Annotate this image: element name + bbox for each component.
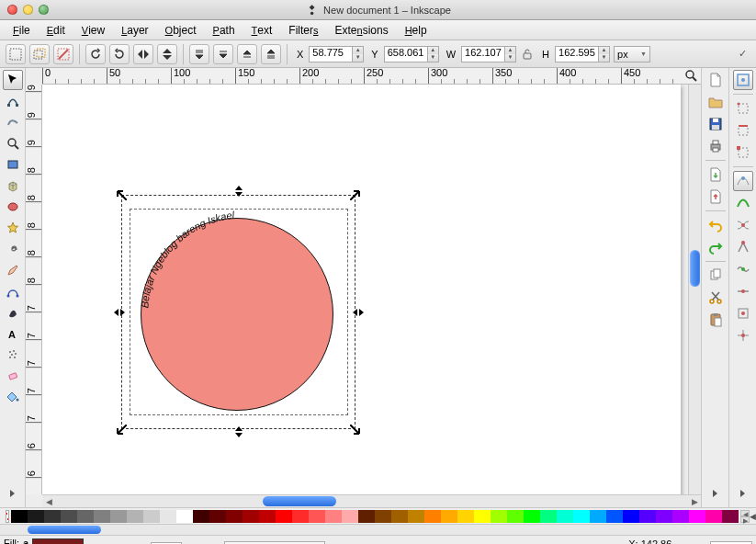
lower-button[interactable] xyxy=(213,44,233,64)
menu-object[interactable]: Object xyxy=(158,22,204,39)
layer-select[interactable]: •Layer 1▲▼ xyxy=(224,541,325,545)
h-input[interactable]: 162.595▲▼ xyxy=(555,46,610,62)
scale-handle-se[interactable] xyxy=(350,425,361,436)
color-swatch[interactable] xyxy=(391,510,408,523)
color-swatch[interactable] xyxy=(408,510,424,523)
menu-view[interactable]: View xyxy=(74,22,112,39)
snap-rotation-center-button[interactable] xyxy=(733,325,753,346)
text-on-path-object[interactable]: Belajar Ngeblog bareng Iskael xyxy=(120,190,368,438)
palette-menu-button[interactable]: ◀ xyxy=(750,512,756,521)
new-document-button[interactable] xyxy=(705,70,726,90)
snap-midpoint-button[interactable] xyxy=(733,281,753,301)
canvas[interactable]: Belajar Ngeblog bareng Iskael xyxy=(42,85,688,494)
lower-to-bottom-button[interactable] xyxy=(189,44,209,64)
scroll-left-button[interactable]: ◀ xyxy=(42,496,55,507)
snap-overflow-button[interactable] xyxy=(733,483,753,504)
scale-handle-nw[interactable] xyxy=(116,189,127,200)
scale-handle-sw[interactable] xyxy=(116,425,127,436)
star-tool[interactable] xyxy=(3,218,23,238)
color-swatch[interactable] xyxy=(358,510,375,523)
color-swatch[interactable] xyxy=(722,510,739,523)
menu-filters[interactable]: Filters xyxy=(281,22,325,39)
snap-nodes-button[interactable] xyxy=(733,171,753,191)
color-swatch[interactable] xyxy=(656,510,672,523)
y-input[interactable]: 658.061▲▼ xyxy=(384,46,439,62)
ellipse-tool[interactable] xyxy=(3,197,23,217)
zoom-input[interactable]: 140%▲▼ xyxy=(710,541,752,545)
menu-help[interactable]: Help xyxy=(398,22,434,39)
rotate-ccw-button[interactable] xyxy=(85,44,106,64)
zoom-tool[interactable] xyxy=(3,133,23,153)
paint-bucket-tool[interactable] xyxy=(3,387,23,407)
color-swatch[interactable] xyxy=(457,510,474,523)
menu-layer[interactable]: Layer xyxy=(114,22,155,39)
color-swatch[interactable] xyxy=(143,510,160,523)
color-swatch[interactable] xyxy=(110,510,127,523)
color-swatch[interactable] xyxy=(491,510,507,523)
color-swatch[interactable] xyxy=(573,510,590,523)
color-swatch[interactable] xyxy=(160,510,176,523)
scroll-right-button[interactable]: ▶ xyxy=(688,496,701,507)
horizontal-scroll-thumb[interactable] xyxy=(263,496,336,506)
color-swatch[interactable] xyxy=(639,510,656,523)
snap-bbox-corner-button[interactable] xyxy=(733,142,753,163)
color-swatch[interactable] xyxy=(77,510,94,523)
select-all-button[interactable] xyxy=(6,44,26,64)
rectangle-tool[interactable] xyxy=(3,154,23,175)
print-button[interactable] xyxy=(705,136,726,156)
color-swatch[interactable] xyxy=(276,510,292,523)
color-swatch[interactable] xyxy=(705,510,722,523)
toolbox-overflow-button[interactable] xyxy=(3,483,23,504)
menu-edit[interactable]: Edit xyxy=(39,22,73,39)
snap-smooth-button[interactable] xyxy=(733,259,753,279)
menu-path[interactable]: Path xyxy=(206,22,243,39)
raise-to-top-button[interactable] xyxy=(261,44,281,64)
open-document-button[interactable] xyxy=(705,92,726,112)
snap-center-button[interactable] xyxy=(733,303,753,323)
import-button[interactable] xyxy=(705,164,726,185)
color-swatch[interactable] xyxy=(672,510,689,523)
color-swatch[interactable] xyxy=(28,510,44,523)
snap-bbox-edge-button[interactable] xyxy=(733,120,753,141)
color-swatch[interactable] xyxy=(507,510,524,523)
color-swatch[interactable] xyxy=(557,510,573,523)
selector-tool[interactable] xyxy=(3,70,23,90)
undo-button[interactable] xyxy=(705,215,726,235)
commands-overflow-button[interactable] xyxy=(705,483,726,504)
menu-file[interactable]: File xyxy=(6,22,38,39)
spray-tool[interactable] xyxy=(3,345,23,365)
color-swatch[interactable] xyxy=(176,510,193,523)
fill-swatch[interactable] xyxy=(32,538,84,544)
color-swatch[interactable] xyxy=(127,510,143,523)
color-swatch[interactable] xyxy=(61,510,77,523)
close-window-button[interactable] xyxy=(7,5,17,15)
minimize-window-button[interactable] xyxy=(23,5,33,15)
color-swatch[interactable] xyxy=(259,510,276,523)
color-swatch[interactable] xyxy=(44,510,61,523)
color-swatch[interactable] xyxy=(94,510,110,523)
raise-button[interactable] xyxy=(237,44,257,64)
pencil-tool[interactable] xyxy=(3,260,23,280)
color-swatch[interactable] xyxy=(226,510,243,523)
scale-handle-e[interactable] xyxy=(353,307,364,318)
toolbar-overflow-button[interactable]: ✓ xyxy=(734,46,750,62)
menu-text[interactable]: Text xyxy=(244,22,280,39)
color-swatch[interactable] xyxy=(623,510,639,523)
save-document-button[interactable] xyxy=(705,114,726,134)
color-swatch[interactable] xyxy=(193,510,209,523)
color-swatch[interactable] xyxy=(209,510,226,523)
palette-scroll[interactable]: ◀▶ xyxy=(740,510,750,523)
scale-handle-n[interactable] xyxy=(233,186,244,197)
x-input[interactable]: 58.775▲▼ xyxy=(309,46,364,62)
deselect-button[interactable] xyxy=(53,44,73,64)
scale-handle-ne[interactable] xyxy=(350,189,361,200)
redo-button[interactable] xyxy=(705,237,726,257)
color-swatch[interactable] xyxy=(441,510,457,523)
color-swatch[interactable] xyxy=(606,510,623,523)
snap-cusp-button[interactable] xyxy=(733,237,753,257)
color-swatch[interactable] xyxy=(424,510,441,523)
export-button[interactable] xyxy=(705,187,726,207)
w-input[interactable]: 162.107▲▼ xyxy=(461,46,516,62)
color-swatch[interactable] xyxy=(474,510,491,523)
color-swatch[interactable] xyxy=(11,510,28,523)
